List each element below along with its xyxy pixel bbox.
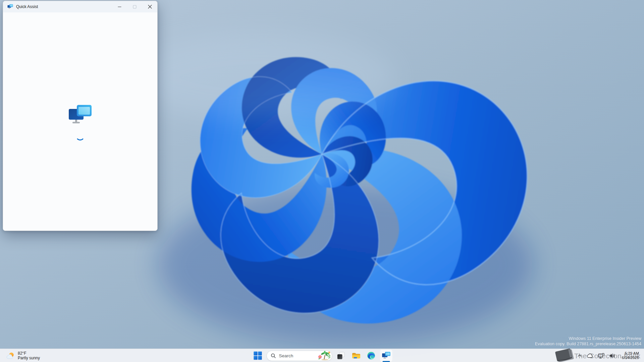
- windows-logo-icon: [254, 351, 262, 360]
- watermark-line-2: Evaluation copy. Build 27881.rs_prerelea…: [535, 341, 641, 347]
- chevron-up-icon: [577, 354, 582, 358]
- file-explorer-icon: [352, 351, 361, 360]
- minimize-icon: [118, 5, 121, 9]
- onedrive-button[interactable]: [585, 350, 595, 361]
- caption-buttons: [112, 1, 157, 12]
- file-explorer-button[interactable]: [350, 349, 363, 362]
- search-icon: [271, 353, 276, 358]
- task-view-icon: [337, 351, 345, 360]
- quick-assist-app-logo: [68, 104, 92, 126]
- ethernet-network-icon: [598, 353, 604, 359]
- volume-button[interactable]: [607, 350, 617, 361]
- quick-assist-icon: [382, 351, 391, 360]
- maximize-icon: [133, 5, 137, 9]
- watermark-line-1: Windows 11 Enterprise Insider Preview: [535, 336, 641, 341]
- taskbar: 82°F Partly sunny: [0, 349, 644, 362]
- taskbar-center: [252, 349, 393, 362]
- weather-widget[interactable]: 82°F Partly sunny: [3, 349, 43, 362]
- tray-date: 6/14/2025: [622, 356, 639, 360]
- network-button[interactable]: [596, 350, 606, 361]
- close-icon: [148, 5, 152, 9]
- clock[interactable]: 5:29 AM 6/14/2025: [620, 350, 641, 361]
- tray-time: 5:29 AM: [625, 351, 639, 355]
- quick-assist-taskbar-button[interactable]: [380, 349, 393, 362]
- quick-assist-window: Quick Assist: [3, 1, 158, 231]
- evaluation-watermark: Windows 11 Enterprise Insider Preview Ev…: [535, 336, 641, 347]
- speaker-icon: [609, 353, 615, 358]
- book-icon: [554, 347, 576, 362]
- desktop: Windows 11 Enterprise Insider Preview Ev…: [0, 0, 644, 362]
- system-tray: 5:29 AM 6/14/2025: [576, 349, 644, 362]
- hidden-icons-button[interactable]: [576, 350, 584, 361]
- task-view-button[interactable]: [335, 349, 347, 362]
- edge-icon: [367, 351, 376, 360]
- cloud-icon: [587, 353, 593, 358]
- close-button[interactable]: [142, 1, 157, 12]
- minimize-button[interactable]: [112, 1, 127, 12]
- search-box[interactable]: [267, 351, 332, 361]
- sun-behind-cloud-icon: [6, 351, 15, 360]
- window-content: [3, 12, 157, 231]
- maximize-button[interactable]: [127, 1, 142, 12]
- window-title: Quick Assist: [16, 4, 38, 9]
- edge-button[interactable]: [365, 349, 378, 362]
- search-highlight-illustration-icon: [317, 351, 332, 361]
- weather-temperature: 82°F: [18, 351, 40, 356]
- quick-assist-icon: [7, 4, 13, 9]
- search-input[interactable]: [279, 353, 317, 358]
- weather-text: 82°F Partly sunny: [18, 351, 40, 360]
- start-button[interactable]: [252, 349, 264, 362]
- loading-spinner: [76, 138, 84, 142]
- window-titlebar[interactable]: Quick Assist: [3, 1, 157, 12]
- weather-condition: Partly sunny: [18, 356, 40, 360]
